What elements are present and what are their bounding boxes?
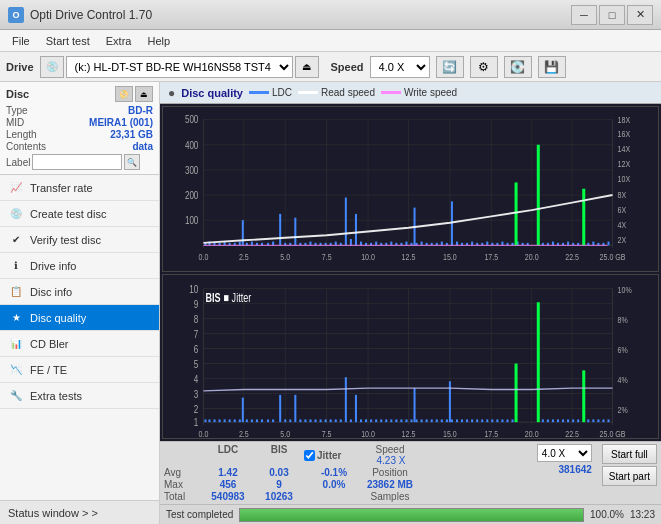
svg-rect-240 [542, 419, 544, 422]
samples-value: 381642 [558, 464, 591, 475]
disc-type-value: BD-R [128, 105, 153, 116]
maximize-button[interactable]: □ [599, 5, 625, 25]
stats-headers: LDC BIS Jitter Speed 4.23 X [164, 444, 527, 466]
sidebar-item-verify-test-disc[interactable]: ✔ Verify test disc [0, 227, 159, 253]
svg-rect-249 [587, 419, 589, 422]
svg-text:0.0: 0.0 [198, 428, 208, 438]
status-completed: Test completed [166, 509, 233, 520]
svg-text:12.5: 12.5 [402, 428, 416, 438]
svg-rect-182 [242, 397, 244, 422]
disc-length-label: Length [6, 129, 37, 140]
disc-label-label: Label [6, 157, 30, 168]
svg-text:2X: 2X [618, 235, 627, 245]
svg-rect-230 [476, 419, 478, 422]
chart-ldc-svg: 500 400 300 200 100 18X 16X 14X 12X 10X … [163, 107, 658, 271]
menu-help[interactable]: Help [139, 33, 178, 49]
sidebar-item-create-test-disc[interactable]: 💿 Create test disc [0, 201, 159, 227]
svg-rect-227 [461, 419, 463, 422]
sidebar-item-fe-te[interactable]: 📉 FE / TE [0, 357, 159, 383]
svg-text:8: 8 [194, 312, 198, 324]
svg-text:7.5: 7.5 [322, 428, 332, 438]
total-ldc: 540983 [202, 491, 254, 502]
stats-right: 4.0 X 2.0 X 381642 [537, 444, 592, 475]
svg-rect-56 [279, 214, 281, 245]
legend-read-speed: Read speed [298, 87, 375, 98]
svg-text:■ Jitter: ■ Jitter [224, 290, 252, 304]
status-window-button[interactable]: Status window > > [0, 500, 159, 524]
menu-start-test[interactable]: Start test [38, 33, 98, 49]
speed-select[interactable]: 4.0 X 2.0 X 6.0 X [370, 56, 430, 78]
sidebar-item-extra-tests[interactable]: 🔧 Extra tests [0, 383, 159, 409]
svg-text:5.0: 5.0 [280, 253, 290, 263]
svg-text:200: 200 [185, 190, 198, 201]
stats-avg-row: Avg 1.42 0.03 -0.1% Position [164, 467, 527, 478]
svg-text:2.5: 2.5 [239, 428, 249, 438]
svg-rect-243 [557, 419, 559, 422]
disc-eject-icon[interactable]: ⏏ [135, 86, 153, 102]
svg-text:18X: 18X [618, 116, 631, 126]
minimize-button[interactable]: ─ [571, 5, 597, 25]
start-full-button[interactable]: Start full [602, 444, 657, 464]
svg-rect-231 [481, 419, 483, 422]
sidebar-item-label: Disc quality [30, 312, 86, 324]
sidebar-item-disc-info[interactable]: 📋 Disc info [0, 279, 159, 305]
drive-select[interactable]: (k:) HL-DT-ST BD-RE WH16NS58 TST4 [66, 56, 293, 78]
svg-rect-198 [325, 419, 327, 422]
close-button[interactable]: ✕ [627, 5, 653, 25]
save-button[interactable]: 💾 [538, 56, 566, 78]
svg-rect-57 [294, 218, 296, 246]
svg-text:100: 100 [185, 215, 198, 226]
col-empty [164, 444, 202, 466]
svg-text:8X: 8X [618, 190, 627, 200]
disc-load-icon[interactable]: 📀 [115, 86, 133, 102]
title-bar-controls: ─ □ ✕ [571, 5, 653, 25]
disc-label-input[interactable] [32, 154, 122, 170]
main-layout: Disc 📀 ⏏ Type BD-R MID MEIRA1 (001) Leng… [0, 82, 661, 524]
start-part-button[interactable]: Start part [602, 466, 657, 486]
disc-label-icon-btn[interactable]: 🔍 [124, 154, 140, 170]
sidebar-item-transfer-rate[interactable]: 📈 Transfer rate [0, 175, 159, 201]
svg-rect-226 [456, 419, 458, 422]
disc-button[interactable]: 💽 [504, 56, 532, 78]
sidebar-item-label: CD Bler [30, 338, 69, 350]
disc-mid-value: MEIRA1 (001) [89, 117, 153, 128]
svg-text:400: 400 [185, 140, 198, 151]
sidebar-item-drive-info[interactable]: ℹ Drive info [0, 253, 159, 279]
svg-rect-223 [446, 419, 448, 422]
refresh-button[interactable]: 🔄 [436, 56, 464, 78]
svg-text:22.5: 22.5 [565, 428, 579, 438]
svg-text:5: 5 [194, 357, 198, 369]
svg-rect-189 [279, 394, 281, 421]
disc-info-icon: 📋 [8, 284, 24, 300]
svg-text:300: 300 [185, 165, 198, 176]
samples-label: Samples [364, 491, 416, 502]
eject-button[interactable]: ⏏ [295, 56, 319, 78]
svg-rect-194 [304, 419, 306, 422]
drive-info-icon: ℹ [8, 258, 24, 274]
settings-button[interactable]: ⚙ [470, 56, 498, 78]
svg-rect-125 [607, 242, 609, 246]
max-ldc: 456 [202, 479, 254, 490]
start-buttons: Start full Start part [602, 444, 657, 486]
svg-rect-184 [251, 419, 253, 422]
sidebar-item-disc-quality[interactable]: ★ Disc quality [0, 305, 159, 331]
svg-rect-234 [496, 419, 498, 422]
avg-bis: 0.03 [254, 467, 304, 478]
svg-rect-238 [515, 363, 518, 422]
menu-file[interactable]: File [4, 33, 38, 49]
svg-rect-174 [204, 419, 206, 422]
jitter-checkbox[interactable] [304, 450, 315, 461]
svg-rect-179 [229, 419, 231, 422]
menu-extra[interactable]: Extra [98, 33, 140, 49]
sidebar-item-cd-bler[interactable]: 📊 CD Bler [0, 331, 159, 357]
svg-rect-214 [405, 419, 407, 422]
disc-contents-row: Contents data [6, 141, 153, 152]
svg-text:22.5: 22.5 [565, 253, 579, 263]
svg-rect-199 [330, 419, 332, 422]
svg-rect-71 [345, 198, 347, 246]
svg-text:20.0: 20.0 [525, 428, 539, 438]
disc-contents-value: data [132, 141, 153, 152]
svg-text:10.0: 10.0 [361, 428, 375, 438]
svg-rect-192 [294, 394, 296, 421]
stats-speed-select[interactable]: 4.0 X 2.0 X [537, 444, 592, 462]
